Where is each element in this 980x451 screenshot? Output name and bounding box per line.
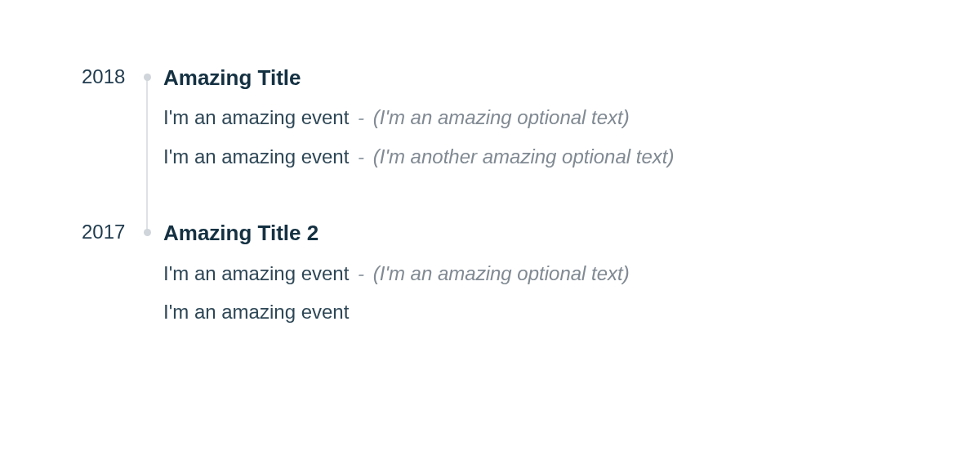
timeline-event: I'm an amazing event — [163, 298, 898, 326]
timeline-marker — [131, 221, 163, 337]
timeline-event: I'm an amazing event - (I'm an amazing o… — [163, 260, 898, 288]
timeline-event: I'm an amazing event - (I'm an amazing o… — [163, 104, 898, 132]
timeline: 2018 Amazing Title I'm an amazing event … — [82, 65, 898, 337]
timeline-year: 2018 — [82, 65, 131, 181]
event-optional-text: (I'm another amazing optional text) — [373, 145, 675, 167]
event-text: I'm an amazing event — [163, 145, 349, 167]
event-optional-text: (I'm an amazing optional text) — [373, 106, 630, 128]
event-separator: - — [358, 262, 364, 284]
event-separator: - — [358, 106, 364, 128]
event-text: I'm an amazing event — [163, 262, 349, 284]
timeline-line — [146, 80, 148, 230]
timeline-event: I'm an amazing event - (I'm another amaz… — [163, 143, 898, 171]
timeline-year: 2017 — [82, 221, 131, 337]
timeline-item: 2018 Amazing Title I'm an amazing event … — [82, 65, 898, 181]
event-optional-text: (I'm an amazing optional text) — [373, 262, 630, 284]
timeline-title: Amazing Title 2 — [163, 221, 898, 246]
timeline-dot-icon — [144, 74, 151, 81]
timeline-content: Amazing Title 2 I'm an amazing event - (… — [163, 221, 898, 337]
timeline-item: 2017 Amazing Title 2 I'm an amazing even… — [82, 221, 898, 337]
event-separator: - — [358, 145, 364, 167]
timeline-dot-icon — [144, 229, 151, 236]
event-text: I'm an amazing event — [163, 301, 349, 323]
event-text: I'm an amazing event — [163, 106, 349, 128]
timeline-marker — [131, 65, 163, 181]
timeline-content: Amazing Title I'm an amazing event - (I'… — [163, 65, 898, 181]
timeline-title: Amazing Title — [163, 65, 898, 91]
